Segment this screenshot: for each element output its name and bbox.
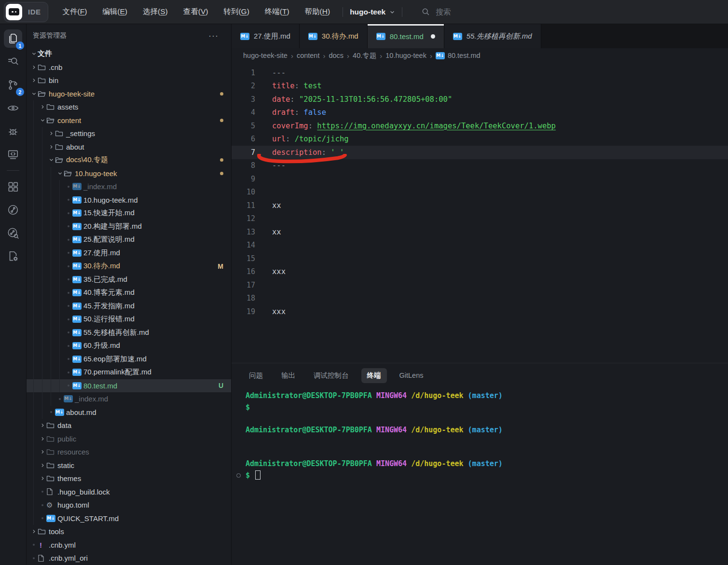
breadcrumb-item-40.专题[interactable]: 40.专题: [353, 51, 376, 60]
activity-code-search-icon[interactable]: [1, 221, 25, 245]
tree-item-30.待办.md[interactable]: M↓30.待办.mdM: [27, 260, 231, 273]
tree-item-70.permalink配置.md[interactable]: M↓70.permalink配置.md: [27, 366, 231, 379]
tree-item-15.快速开始.md[interactable]: M↓15.快速开始.md: [27, 207, 231, 220]
code-line-17[interactable]: 17: [232, 278, 728, 292]
search-input[interactable]: [436, 8, 590, 16]
code-line-3[interactable]: 3date: "2025-11-13T01:56:56.472805+08:00…: [232, 93, 728, 106]
tree-item-_settings[interactable]: _settings: [27, 127, 231, 140]
menu-item-T[interactable]: 终端(T): [259, 4, 295, 19]
chevron-down-icon[interactable]: [30, 91, 38, 96]
chevron-down-icon[interactable]: [47, 157, 55, 163]
tree-item-.cnb.yml_ori[interactable]: .cnb.yml_ori: [27, 551, 231, 565]
chevron-down-icon[interactable]: [30, 51, 38, 56]
tree-item-docs\40.专题[interactable]: docs\40.专题: [27, 153, 231, 167]
tree-item-25.配置说明.md[interactable]: M↓25.配置说明.md: [27, 233, 231, 247]
tree-item-bin[interactable]: bin: [27, 74, 231, 87]
chevron-right-icon[interactable]: [39, 423, 46, 428]
app-logo-group[interactable]: IDE: [4, 2, 48, 22]
tree-item-35.已完成.md[interactable]: M↓35.已完成.md: [27, 273, 231, 287]
code-line-6[interactable]: 6url: /topic/jichg: [232, 133, 728, 146]
code-line-10[interactable]: 10: [232, 186, 728, 199]
code-line-19[interactable]: 19xxx: [232, 305, 728, 318]
tree-item-45.开发指南.md[interactable]: M↓45.开发指南.md: [27, 300, 231, 313]
tree-item-themes[interactable]: themes: [27, 472, 231, 485]
menu-item-V[interactable]: 查看(V): [178, 4, 214, 19]
tree-item-data[interactable]: data: [27, 419, 231, 432]
tree-item-_index.md[interactable]: M↓_index.md: [27, 392, 231, 406]
tree-item-content[interactable]: content: [27, 114, 231, 127]
activity-debug-icon[interactable]: [1, 120, 25, 143]
panel-tab-问题[interactable]: 问题: [243, 368, 269, 383]
activity-files-icon[interactable]: 1: [1, 27, 25, 50]
chevron-right-icon[interactable]: [30, 529, 38, 534]
tree-item-hugo.toml[interactable]: ⚙hugo.toml: [27, 498, 231, 512]
chevron-right-icon[interactable]: [30, 65, 38, 70]
breadcrumb[interactable]: hugo-teek-site›content›docs›40.专题›10.hug…: [232, 48, 728, 63]
tree-item-resources[interactable]: resources: [27, 445, 231, 459]
chevron-down-icon[interactable]: [39, 118, 46, 123]
menu-item-H[interactable]: 帮助(H): [299, 4, 336, 19]
activity-timeline-icon[interactable]: [1, 198, 25, 221]
chevron-right-icon[interactable]: [39, 104, 46, 110]
code-line-18[interactable]: 18: [232, 292, 728, 305]
tree-item-_index.md[interactable]: M↓_index.md: [27, 180, 231, 193]
code-line-9[interactable]: 9: [232, 172, 728, 186]
activity-search-icon[interactable]: [1, 50, 25, 73]
chevron-right-icon[interactable]: [39, 449, 46, 455]
tree-item-.hugo_build.lock[interactable]: .hugo_build.lock: [27, 485, 231, 499]
editor-tab-80.test.md[interactable]: M↓80.test.md: [368, 24, 444, 48]
tree-item-50.运行报错.md[interactable]: M↓50.运行报错.md: [27, 313, 231, 326]
code-line-1[interactable]: 1---: [232, 66, 728, 80]
editor-tab-27.使用.md[interactable]: M↓27.使用.md: [232, 24, 300, 48]
code-line-13[interactable]: 13xx: [232, 225, 728, 239]
tree-item-27.使用.md[interactable]: M↓27.使用.md: [27, 247, 231, 260]
chevron-right-icon[interactable]: [39, 476, 46, 481]
panel-tab-输出[interactable]: 输出: [275, 368, 301, 383]
global-search[interactable]: [422, 8, 590, 16]
tree-item-65.eop部署加速.md[interactable]: M↓65.eop部署加速.md: [27, 353, 231, 366]
tree-item-about.md[interactable]: M↓about.md: [27, 406, 231, 419]
panel-tab-GitLens[interactable]: GitLens: [394, 369, 429, 382]
activity-preview-eye-icon[interactable]: [1, 96, 25, 120]
tree-item-.cnb.yml[interactable]: !.cnb.yml: [27, 538, 231, 552]
tree-item-10.hugo-teek.md[interactable]: M↓10.hugo-teek.md: [27, 193, 231, 207]
tree-item-60.升级.md[interactable]: M↓60.升级.md: [27, 339, 231, 353]
activity-live-preview-icon[interactable]: [1, 143, 25, 166]
tree-item-about[interactable]: about: [27, 140, 231, 154]
tree-item-static[interactable]: static: [27, 459, 231, 472]
code-line-4[interactable]: 4draft: false: [232, 106, 728, 120]
tree-item-QUICK_START.md[interactable]: M↓QUICK_START.md: [27, 512, 231, 525]
code-editor[interactable]: 1---2title: test3date: "2025-11-13T01:56…: [232, 63, 728, 363]
editor-tab-55.先移植再创新.md[interactable]: M↓55.先移植再创新.md: [444, 24, 541, 48]
tree-section-文件[interactable]: 文件: [27, 47, 231, 61]
terminal[interactable]: Administrator@DESKTOP-7PB0PFA MINGW64 /d…: [232, 387, 728, 565]
chevron-right-icon[interactable]: [47, 144, 55, 150]
code-line-2[interactable]: 2title: test: [232, 80, 728, 93]
chevron-right-icon[interactable]: [30, 78, 38, 83]
code-line-15[interactable]: 15: [232, 252, 728, 265]
breadcrumb-item-hugo-teek-site[interactable]: hugo-teek-site: [243, 52, 288, 59]
editor-tab-30.待办.md[interactable]: M↓30.待办.md: [300, 24, 368, 48]
more-actions-icon[interactable]: ···: [208, 31, 219, 41]
menu-item-F[interactable]: 文件(F): [57, 4, 93, 19]
chevron-right-icon[interactable]: [47, 131, 55, 136]
tree-item-public[interactable]: public: [27, 432, 231, 446]
activity-run-config-icon[interactable]: [1, 245, 25, 268]
panel-tab-调试控制台[interactable]: 调试控制台: [308, 368, 355, 383]
breadcrumb-item-docs[interactable]: docs: [329, 52, 343, 59]
tree-item-80.test.md[interactable]: M↓80.test.mdU: [27, 379, 231, 393]
chevron-right-icon[interactable]: [39, 436, 46, 441]
activity-source-control-icon[interactable]: 2: [1, 73, 25, 96]
breadcrumb-item-80.test.md[interactable]: M↓80.test.md: [436, 52, 481, 59]
code-line-8[interactable]: 8---: [232, 159, 728, 173]
project-selector[interactable]: hugo-teek: [350, 8, 395, 16]
code-line-11[interactable]: 11xx: [232, 199, 728, 212]
tree-item-hugo-teek-site[interactable]: hugo-teek-site: [27, 87, 231, 101]
tree-item-tools[interactable]: tools: [27, 525, 231, 538]
code-line-5[interactable]: 5coverImg: https://img.onedayxyy.cn/imag…: [232, 119, 728, 133]
tree-item-10.hugo-teek[interactable]: 10.hugo-teek: [27, 167, 231, 180]
tree-item-55.先移植再创新.md[interactable]: M↓55.先移植再创新.md: [27, 326, 231, 340]
code-line-12[interactable]: 12: [232, 212, 728, 226]
menu-item-G[interactable]: 转到(G): [218, 4, 255, 19]
chevron-down-icon[interactable]: [56, 171, 64, 176]
